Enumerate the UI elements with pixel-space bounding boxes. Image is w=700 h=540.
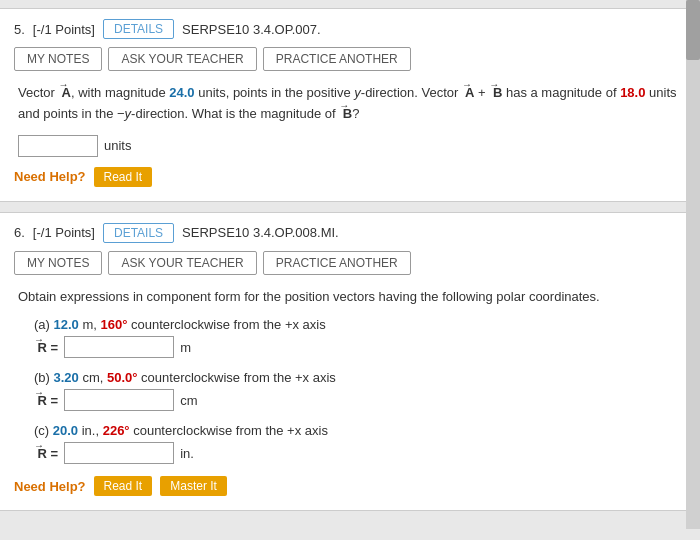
need-help-label-5: Need Help? [14, 169, 86, 184]
unit-a: m [180, 340, 191, 355]
r-vector-c: → R [34, 446, 47, 461]
question-5-body: Vector → A, with magnitude 24.0 units, p… [14, 83, 686, 125]
question-5: 5. [-/1 Points] DETAILS SERPSE10 3.4.OP.… [0, 8, 700, 202]
sub-part-a: (a) 12.0 m, 160° counterclockwise from t… [34, 317, 686, 358]
question-6-body-text: Obtain expressions in component form for… [18, 289, 600, 304]
unit-c: in. [180, 446, 194, 461]
question-6-number: 6. [14, 225, 25, 240]
angle-a: 160° [100, 317, 127, 332]
ask-teacher-button-5[interactable]: ASK YOUR TEACHER [108, 47, 256, 71]
r-vec-label-a: → R = [34, 340, 58, 355]
action-buttons-5: MY NOTES ASK YOUR TEACHER PRACTICE ANOTH… [14, 47, 686, 71]
question-6-body: Obtain expressions in component form for… [14, 287, 686, 308]
read-it-button-5[interactable]: Read It [94, 167, 153, 187]
unit-label-5: units [104, 138, 131, 153]
r-input-b[interactable] [64, 389, 174, 411]
question-6-points: [-/1 Points] [33, 225, 95, 240]
magnitude-a: 12.0 [54, 317, 79, 332]
sub-part-a-label: (a) 12.0 m, 160° counterclockwise from t… [34, 317, 686, 332]
magnitude-value-5: 24.0 [169, 85, 194, 100]
vector-b-symbol: → B [489, 83, 502, 104]
answer-row-5: units [18, 135, 686, 157]
answer-input-5[interactable] [18, 135, 98, 157]
my-notes-button-5[interactable]: MY NOTES [14, 47, 102, 71]
question-6-code: SERPSE10 3.4.OP.008.MI. [182, 225, 339, 240]
unit-b: cm [180, 393, 197, 408]
details-button-5[interactable]: DETAILS [103, 19, 174, 39]
need-help-label-6: Need Help? [14, 479, 86, 494]
sub-part-c: (c) 20.0 in., 226° counterclockwise from… [34, 423, 686, 464]
master-it-button-6[interactable]: Master It [160, 476, 227, 496]
need-help-row-5: Need Help? Read It [14, 167, 686, 187]
sub-part-b: (b) 3.20 cm, 50.0° counterclockwise from… [34, 370, 686, 411]
scrollbar-track [686, 0, 700, 529]
r-vector-b: → R [34, 393, 47, 408]
r-vec-row-a: → R = m [34, 336, 686, 358]
vector-b2-symbol: → B [339, 104, 352, 125]
ask-teacher-button-6[interactable]: ASK YOUR TEACHER [108, 251, 256, 275]
r-vec-row-c: → R = in. [34, 442, 686, 464]
vector-a2-symbol: → A [462, 83, 475, 104]
my-notes-button-6[interactable]: MY NOTES [14, 251, 102, 275]
magnitude-c: 20.0 [53, 423, 78, 438]
action-buttons-6: MY NOTES ASK YOUR TEACHER PRACTICE ANOTH… [14, 251, 686, 275]
r-input-a[interactable] [64, 336, 174, 358]
magnitude-b: 3.20 [54, 370, 79, 385]
question-5-number: 5. [14, 22, 25, 37]
vector-a-symbol: → A [58, 83, 71, 104]
angle-b: 50.0° [107, 370, 138, 385]
r-vec-label-c: → R = [34, 446, 58, 461]
question-6: 6. [-/1 Points] DETAILS SERPSE10 3.4.OP.… [0, 212, 700, 512]
practice-button-6[interactable]: PRACTICE ANOTHER [263, 251, 411, 275]
sub-part-c-label: (c) 20.0 in., 226° counterclockwise from… [34, 423, 686, 438]
details-button-6[interactable]: DETAILS [103, 223, 174, 243]
r-vector-a: → R [34, 340, 47, 355]
magnitude-value2-5: 18.0 [620, 85, 645, 100]
r-vec-label-b: → R = [34, 393, 58, 408]
need-help-row-6: Need Help? Read It Master It [14, 476, 686, 496]
read-it-button-6[interactable]: Read It [94, 476, 153, 496]
question-5-points: [-/1 Points] [33, 22, 95, 37]
question-5-code: SERPSE10 3.4.OP.007. [182, 22, 321, 37]
sub-part-b-label: (b) 3.20 cm, 50.0° counterclockwise from… [34, 370, 686, 385]
scrollbar-thumb[interactable] [686, 0, 700, 60]
question-5-header: 5. [-/1 Points] DETAILS SERPSE10 3.4.OP.… [14, 19, 686, 39]
r-input-c[interactable] [64, 442, 174, 464]
practice-button-5[interactable]: PRACTICE ANOTHER [263, 47, 411, 71]
r-vec-row-b: → R = cm [34, 389, 686, 411]
question-6-header: 6. [-/1 Points] DETAILS SERPSE10 3.4.OP.… [14, 223, 686, 243]
angle-c: 226° [103, 423, 130, 438]
